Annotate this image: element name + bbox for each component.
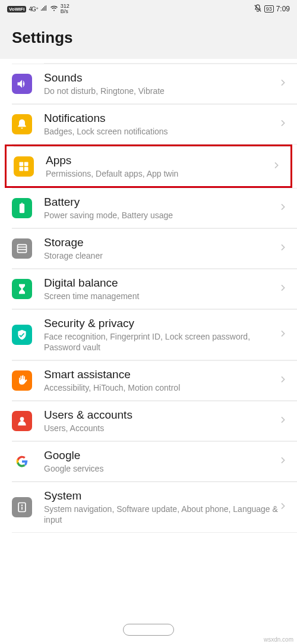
chevron-right-icon <box>271 161 282 172</box>
list-item-google[interactable]: Google Google services <box>0 441 297 482</box>
list-item-title: Digital balance <box>44 277 278 290</box>
status-bar: VoWiFi 4G⁺ 312 B/s 93 7:09 <box>0 0 297 18</box>
sound-icon <box>12 74 32 94</box>
list-item-subtitle: Power saving mode, Battery usage <box>44 210 278 221</box>
storage-icon <box>12 238 32 259</box>
list-item-smart-assistance[interactable]: Smart assistance Accessibility, HiTouch,… <box>0 360 297 401</box>
svg-rect-10 <box>21 507 23 510</box>
shield-icon <box>12 325 32 345</box>
list-item-title: Apps <box>46 154 271 168</box>
list-item-apps-highlighted[interactable]: Apps Permissions, Default apps, App twin <box>5 144 292 188</box>
nav-pill[interactable] <box>123 624 174 636</box>
chevron-right-icon <box>278 118 289 130</box>
list-item-subtitle: Screen time management <box>44 291 278 301</box>
vowifi-badge: VoWiFi <box>7 6 26 12</box>
svg-point-7 <box>20 417 24 421</box>
list-item-sounds[interactable]: Sounds Do not disturb, Ringtone, Vibrate <box>0 64 297 104</box>
header: Settings <box>0 18 297 59</box>
hand-icon <box>12 370 32 391</box>
list-item-title: Users & accounts <box>44 409 278 422</box>
list-item-subtitle: Users, Accounts <box>44 423 278 433</box>
google-icon <box>12 451 32 472</box>
list-item-title: Smart assistance <box>44 368 278 382</box>
list-item-users-accounts[interactable]: Users & accounts Users, Accounts <box>0 401 297 441</box>
signal-icon <box>40 5 48 13</box>
status-bar-left: VoWiFi 4G⁺ 312 B/s <box>7 4 69 14</box>
list-item-title: Battery <box>44 196 278 209</box>
list-item-notifications[interactable]: Notifications Badges, Lock screen notifi… <box>0 104 297 144</box>
list-item-security[interactable]: Security & privacy Face recognition, Fin… <box>0 309 297 360</box>
chevron-right-icon <box>278 501 289 513</box>
watermark: wsxdn.com <box>264 636 293 643</box>
list-item-subtitle: Google services <box>44 463 278 474</box>
info-icon <box>12 497 32 517</box>
list-item-system[interactable]: System System navigation, Software updat… <box>0 482 297 533</box>
status-bar-right: 93 7:09 <box>254 4 290 14</box>
svg-rect-1 <box>24 162 29 166</box>
chevron-right-icon <box>278 78 289 90</box>
network-speed: 312 B/s <box>61 4 69 14</box>
list-item-title: Storage <box>44 236 278 250</box>
mute-icon <box>254 4 262 14</box>
svg-point-9 <box>21 505 23 507</box>
list-item-subtitle: Do not disturb, Ringtone, Vibrate <box>44 86 278 96</box>
list-item-title: Security & privacy <box>44 317 278 331</box>
chevron-right-icon <box>278 243 289 255</box>
chevron-right-icon <box>278 375 289 387</box>
user-icon <box>12 411 32 431</box>
battery-icon <box>12 198 32 218</box>
list-item-subtitle: Accessibility, HiTouch, Motion control <box>44 382 278 393</box>
network-type: 4G⁺ <box>29 6 37 12</box>
list-item-subtitle: System navigation, Software update, Abou… <box>44 504 278 525</box>
chevron-right-icon <box>278 455 289 467</box>
svg-rect-3 <box>24 167 29 171</box>
list-item-digital-balance[interactable]: Digital balance Screen time management <box>0 269 297 309</box>
bell-icon <box>12 114 32 134</box>
list-item-subtitle: Face recognition, Fingerprint ID, Lock s… <box>44 331 278 353</box>
page-title: Settings <box>12 29 285 47</box>
svg-rect-0 <box>20 162 24 166</box>
wifi-icon <box>50 5 58 13</box>
chevron-right-icon <box>278 415 289 427</box>
chevron-right-icon <box>278 329 289 341</box>
list-item-storage[interactable]: Storage Storage cleaner <box>0 228 297 269</box>
chevron-right-icon <box>278 202 289 214</box>
list-item-title: Notifications <box>44 112 278 125</box>
hourglass-icon <box>12 279 32 299</box>
apps-icon <box>14 156 34 177</box>
list-item-title: Sounds <box>44 71 278 85</box>
svg-rect-4 <box>18 244 27 252</box>
battery-indicator: 93 <box>264 5 274 12</box>
svg-rect-2 <box>20 167 24 171</box>
list-item-subtitle: Storage cleaner <box>44 250 278 261</box>
list-item-title: Google <box>44 449 278 463</box>
chevron-right-icon <box>278 283 289 295</box>
clock: 7:09 <box>276 5 290 13</box>
list-item-subtitle: Badges, Lock screen notifications <box>44 126 278 137</box>
list-item-battery[interactable]: Battery Power saving mode, Battery usage <box>0 188 297 228</box>
list-item-subtitle: Permissions, Default apps, App twin <box>46 168 271 179</box>
settings-list: Sounds Do not disturb, Ringtone, Vibrate… <box>0 59 297 533</box>
list-item-title: System <box>44 489 278 503</box>
list-item-partial <box>44 59 297 64</box>
